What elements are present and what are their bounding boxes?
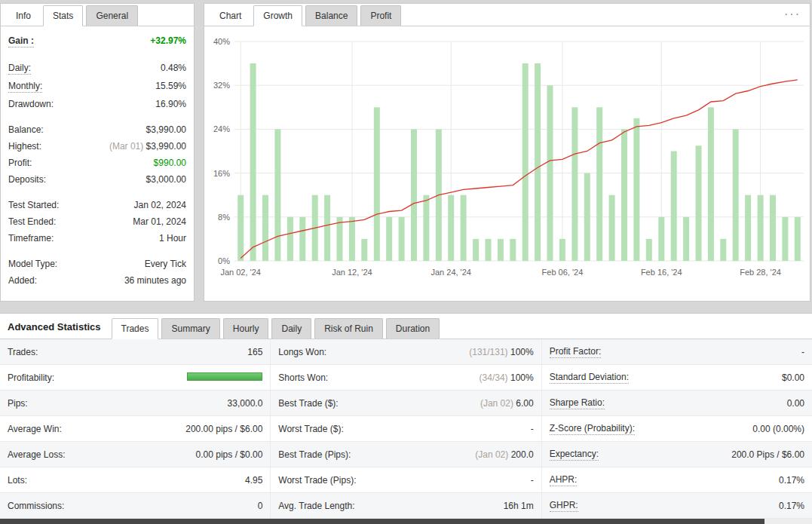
tab-trades[interactable]: Trades	[112, 318, 159, 339]
info-group: Model Type:Every TickAdded:36 minutes ag…	[1, 256, 194, 289]
info-row-value: 16.90%	[155, 99, 186, 109]
chart-bar	[596, 107, 602, 261]
chart-bar	[337, 217, 343, 261]
advanced-statistics-panel: Advanced Statistics Trades Summary Hourl…	[0, 313, 812, 519]
info-row: Timeframe:1 Hour	[1, 230, 194, 247]
tab-hourly[interactable]: Hourly	[223, 318, 269, 339]
chart-bar	[733, 129, 739, 261]
chart-bar	[795, 217, 801, 261]
info-row: Model Type:Every Tick	[1, 256, 194, 272]
chart-bar	[486, 239, 492, 261]
y-axis-label: 8%	[218, 213, 230, 222]
tab-risk-of-ruin[interactable]: Risk of Ruin	[314, 318, 383, 339]
stat-label: Worst Trade ($):	[278, 424, 343, 434]
stat-label: Lots:	[8, 475, 27, 486]
stats-row: Average Win:200.00 pips / $6.00Worst Tra…	[0, 416, 812, 442]
stats-cell: Worst Trade (Pips):-	[270, 467, 541, 492]
stats-row: Trades:165Longs Won:(131/131) 100%Profit…	[0, 339, 812, 365]
stats-cell: Commissions:0	[0, 493, 270, 518]
chart-bar	[646, 239, 652, 261]
stats-row: Average Loss:0.00 pips / $0.00Best Trade…	[0, 442, 812, 467]
info-row-label: Added:	[8, 275, 37, 286]
chart-bar	[399, 217, 405, 261]
stat-label: Standard Deviation:	[550, 372, 629, 384]
stat-value: 200.0 Pips / $6.00	[731, 449, 804, 460]
stat-label: Best Trade (Pips):	[278, 449, 351, 460]
chart-bar	[274, 129, 280, 261]
ellipsis-menu-icon[interactable]: ···	[784, 7, 801, 22]
stat-value: (131/131) 100%	[469, 347, 533, 357]
chart-bar	[658, 217, 664, 261]
chart-bar	[473, 239, 479, 261]
stat-value: 200.00 pips / $6.00	[185, 424, 262, 434]
tab-growth[interactable]: Growth	[253, 5, 302, 26]
chart-tabbar: Chart Growth Balance Profit ···	[204, 4, 810, 26]
chart-bar	[461, 195, 467, 261]
x-axis-label: Feb 28, '24	[740, 268, 781, 277]
chart-bar	[758, 195, 764, 261]
footer-bar	[0, 519, 765, 524]
value-prefix: (Mar 01)	[109, 141, 146, 152]
info-row: Monthly:15.59%	[1, 78, 194, 96]
tab-info[interactable]: Info	[7, 6, 40, 26]
stats-cell: Best Trade (Pips):(Jan 02) 200.0	[270, 442, 541, 467]
tab-summary[interactable]: Summary	[161, 318, 219, 339]
chart-bar	[237, 195, 244, 261]
chart-bar	[423, 195, 429, 261]
stats-cell: Profitability:	[0, 365, 270, 390]
info-panel: Info Stats General Gain :+32.97%Daily:0.…	[0, 3, 195, 302]
footer-bar-corner	[765, 519, 812, 524]
chart-bar	[609, 195, 615, 261]
chart-bar	[621, 129, 627, 261]
tab-balance[interactable]: Balance	[305, 5, 357, 26]
stat-label: Longs Won:	[278, 347, 326, 357]
tab-daily[interactable]: Daily	[271, 318, 311, 339]
chart-bar	[349, 217, 355, 261]
info-row-label: Test Started:	[8, 200, 59, 210]
info-row-label: Test Ended:	[8, 216, 56, 227]
stats-cell: Longs Won:(131/131) 100%	[270, 339, 541, 364]
chart-bar	[584, 173, 590, 261]
stats-cell: Best Trade ($):(Jan 02) 6.00	[270, 391, 541, 415]
tab-general[interactable]: General	[86, 5, 138, 26]
info-row-value: 36 minutes ago	[124, 275, 186, 286]
stat-label: Average Loss:	[8, 449, 66, 460]
stat-label: Average Win:	[8, 424, 62, 434]
stats-cell: Z-Score (Probability):0.00 (0.00%)	[541, 416, 812, 441]
info-row: Daily:0.48%	[1, 60, 194, 78]
tab-duration[interactable]: Duration	[386, 318, 440, 339]
info-row-label: Deposits:	[8, 174, 46, 185]
tab-profit[interactable]: Profit	[360, 5, 401, 26]
stats-tabbar: Advanced Statistics Trades Summary Hourl…	[0, 314, 812, 339]
chart-bar	[571, 107, 578, 261]
stats-row: Commissions:0Avg. Trade Length:16h 1mGHP…	[0, 493, 812, 519]
advanced-statistics-title: Advanced Statistics	[6, 315, 109, 339]
info-row-label: Highest:	[8, 141, 41, 152]
chart-bar	[411, 129, 417, 261]
stats-cell: Lots:4.95	[0, 467, 270, 492]
stat-label: Profitability:	[8, 372, 54, 383]
info-row-value: +32.97%	[150, 35, 186, 47]
chart-bar	[262, 195, 268, 261]
tab-chart[interactable]: Chart	[210, 6, 250, 26]
chart-bar	[671, 152, 677, 262]
chart-bar	[250, 63, 256, 261]
info-row-label: Daily:	[8, 63, 31, 75]
chart-bar	[683, 217, 689, 261]
tab-stats[interactable]: Stats	[43, 5, 83, 26]
stat-value: (34/34) 100%	[480, 372, 534, 383]
info-row-label: Timeframe:	[8, 233, 54, 244]
stats-row: Lots:4.95Worst Trade (Pips):-AHPR:0.17%	[0, 467, 812, 493]
info-row: Gain :+32.97%	[1, 32, 194, 51]
stats-row: Pips:33,000.0Best Trade ($):(Jan 02) 6.0…	[0, 391, 812, 416]
x-axis-label: Jan 24, '24	[431, 268, 470, 277]
stats-cell: Expectancy:200.0 Pips / $6.00	[541, 442, 812, 467]
stat-value: 0.00	[787, 398, 804, 409]
stat-label: Profit Factor:	[550, 346, 602, 358]
stat-label: Commissions:	[8, 501, 64, 511]
info-row-value: Mar 01, 2024	[133, 216, 186, 227]
info-panel-body: Gain :+32.97%Daily:0.48%Monthly:15.59%Dr…	[1, 26, 194, 289]
chart-panel: Chart Growth Balance Profit ··· 0%8%16%2…	[204, 3, 810, 302]
value-prefix: (Jan 02)	[480, 398, 516, 409]
info-row-value: 1 Hour	[159, 233, 186, 244]
